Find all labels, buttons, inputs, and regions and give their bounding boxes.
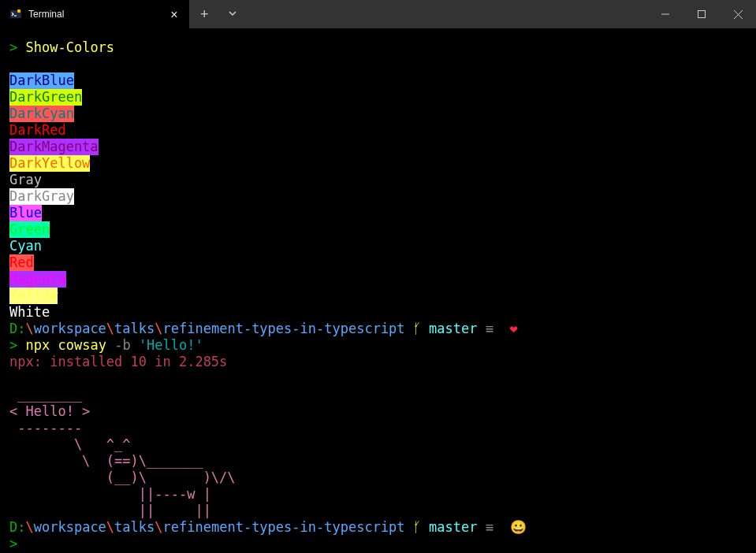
new-tab-button[interactable]: + [189,6,220,23]
status-emoji: 😀 [510,519,527,535]
path-drive: D: [9,519,25,535]
color-line: Black [9,56,50,72]
terminal-output[interactable]: > Show-Colors Black DarkBlue DarkGreen D… [0,28,756,553]
prompt-symbol: > [9,39,17,55]
path-separator: \ [155,519,162,535]
command-text: Show-Colors [26,39,115,55]
path-segment: refinement-types-in-typescript [163,321,405,336]
color-line: DarkMagenta [9,139,99,155]
close-button[interactable] [720,0,756,28]
color-line: DarkRed [9,122,66,139]
path-drive: D: [9,321,25,336]
terminal-tab-icon [9,8,22,20]
path-separator: \ [106,321,114,336]
color-line: DarkBlue [9,72,74,89]
color-line: DarkYellow [9,155,90,172]
command-npx: npx [26,337,50,353]
color-line: Green [9,221,50,238]
command-string: 'Hello!' [139,337,203,353]
path-separator: \ [106,519,114,535]
color-line: Magenta [9,271,66,288]
terminal-tab[interactable]: Terminal × [0,0,189,28]
git-branch: master [429,321,477,336]
git-branch-icon: ᚶ [413,321,421,336]
command-cowsay: cowsay [58,337,106,353]
color-line: Cyan [9,238,42,254]
color-list: Black DarkBlue DarkGreen DarkCyan DarkRe… [9,56,99,320]
color-line: Yellow [9,288,58,304]
command-flag: -b [114,337,130,353]
path-segment: refinement-types-in-typescript [163,519,405,535]
color-line: DarkCyan [9,106,74,122]
git-branch: master [429,519,477,535]
svg-point-2 [17,9,20,13]
prompt-path-line: D:\workspace\talks\refinement-types-in-t… [9,321,518,336]
git-branch-icon: ᚶ [413,519,421,535]
color-line: DarkGreen [9,89,82,106]
window-controls [647,0,756,28]
path-segment: talks [114,519,155,535]
path-segment: talks [114,321,155,336]
tab-dropdown-button[interactable] [220,6,245,23]
window-titlebar: Terminal × + [0,0,756,28]
path-separator: \ [155,321,162,336]
maximize-button[interactable] [683,0,720,28]
prompt-symbol: > [9,536,17,551]
status-emoji: ❤ [510,321,518,336]
tab-title: Terminal [28,6,161,23]
svg-rect-4 [698,11,706,18]
color-line: Blue [9,205,42,221]
path-segment: workspace [34,321,106,336]
cowsay-art: ________ < Hello! > -------- \ ^_^ \ (==… [9,387,236,518]
minimize-button[interactable] [647,0,683,28]
prompt-path-line: D:\workspace\talks\refinement-types-in-t… [9,519,527,535]
tab-close-button[interactable]: × [167,7,181,21]
path-separator: \ [25,519,33,535]
color-line: Gray [9,172,42,188]
tab-strip: Terminal × + [0,0,245,28]
color-line: White [9,304,50,321]
path-segment: workspace [34,519,106,535]
color-line: Red [9,254,34,271]
npx-output: npx: installed 10 in 2.285s [9,354,227,369]
git-status-icon: ≡ [486,519,493,535]
git-status-icon: ≡ [486,321,493,336]
color-line: DarkGray [9,188,74,205]
prompt-symbol: > [9,337,17,353]
path-separator: \ [25,321,33,336]
